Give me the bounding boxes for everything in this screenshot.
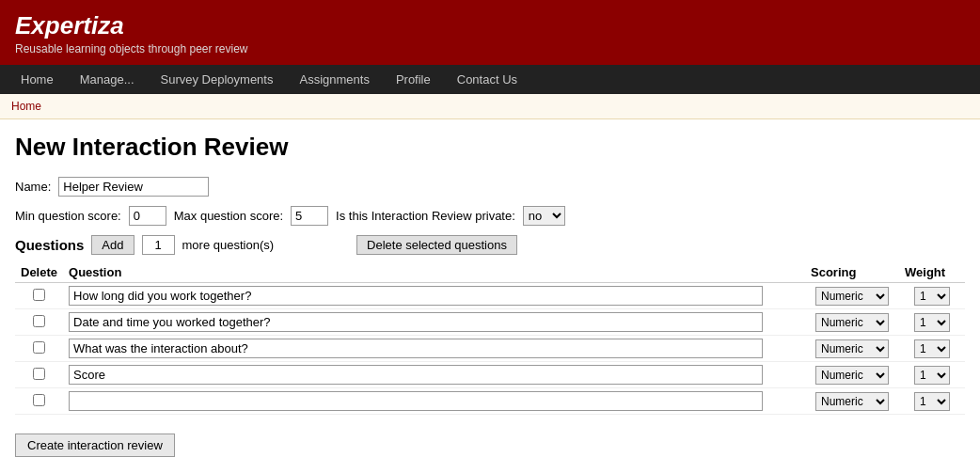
nav-manage[interactable]: Manage... [67, 65, 148, 94]
scoring-select[interactable]: NumericScaleCheckboxText [815, 366, 889, 385]
col-header-delete: Delete [15, 262, 63, 283]
add-questions-button[interactable]: Add [91, 235, 134, 255]
scoring-select[interactable]: NumericScaleCheckboxText [815, 313, 889, 332]
scoring-select[interactable]: NumericScaleCheckboxText [815, 392, 889, 411]
breadcrumb: Home [0, 94, 980, 119]
delete-selected-button[interactable]: Delete selected questions [356, 235, 517, 255]
nav-survey-deployments[interactable]: Survey Deployments [148, 65, 287, 94]
app-header: Expertiza Reusable learning objects thro… [0, 0, 980, 65]
breadcrumb-home[interactable]: Home [11, 100, 41, 113]
delete-checkbox[interactable] [33, 315, 45, 327]
table-row: NumericScaleCheckboxText12345 [15, 362, 965, 388]
nav-home[interactable]: Home [8, 65, 67, 94]
col-header-weight: Weight [899, 262, 965, 283]
weight-select[interactable]: 12345 [914, 339, 950, 358]
main-nav: Home Manage... Survey Deployments Assign… [0, 65, 980, 94]
col-header-question: Question [63, 262, 805, 283]
private-label: Is this Interaction Review private: [336, 209, 515, 223]
more-label: more question(s) [182, 238, 275, 252]
name-label: Name: [15, 180, 51, 194]
weight-select[interactable]: 12345 [914, 287, 950, 306]
nav-assignments[interactable]: Assignments [286, 65, 382, 94]
question-input[interactable] [69, 391, 763, 411]
private-select[interactable]: no yes [523, 206, 565, 226]
weight-select[interactable]: 12345 [914, 313, 950, 332]
name-input[interactable] [58, 177, 209, 197]
questions-header: Questions Add more question(s) Delete se… [15, 235, 965, 255]
min-score-input[interactable] [129, 206, 166, 226]
nav-profile[interactable]: Profile [383, 65, 444, 94]
delete-checkbox[interactable] [33, 289, 45, 301]
question-input[interactable] [69, 286, 763, 306]
table-row: NumericScaleCheckboxText12345 [15, 388, 965, 415]
max-score-input[interactable] [291, 206, 328, 226]
table-row: NumericScaleCheckboxText12345 [15, 283, 965, 309]
weight-select[interactable]: 12345 [914, 392, 950, 411]
app-subtitle: Reusable learning objects through peer r… [15, 42, 965, 55]
scoring-select[interactable]: NumericScaleCheckboxText [815, 287, 889, 306]
question-input[interactable] [69, 365, 763, 385]
table-row: NumericScaleCheckboxText12345 [15, 336, 965, 362]
weight-select[interactable]: 12345 [914, 366, 950, 385]
table-row: NumericScaleCheckboxText12345 [15, 309, 965, 336]
page-title: New Interaction Review [15, 133, 965, 162]
scoring-select[interactable]: NumericScaleCheckboxText [815, 339, 889, 358]
score-row: Min question score: Max question score: … [15, 206, 965, 226]
min-score-label: Min question score: [15, 209, 121, 223]
delete-checkbox[interactable] [33, 368, 45, 380]
app-title: Expertiza [15, 11, 965, 40]
col-header-scoring: Scoring [805, 262, 899, 283]
questions-table: Delete Question Scoring Weight NumericSc… [15, 262, 965, 415]
question-input[interactable] [69, 312, 763, 332]
main-content: New Interaction Review Name: Min questio… [0, 119, 980, 470]
nav-contact-us[interactable]: Contact Us [444, 65, 530, 94]
delete-checkbox[interactable] [33, 394, 45, 406]
delete-checkbox[interactable] [33, 341, 45, 354]
create-interaction-review-button[interactable]: Create interaction review [15, 434, 175, 457]
name-row: Name: [15, 177, 965, 197]
question-input[interactable] [69, 339, 763, 358]
max-score-label: Max question score: [174, 209, 283, 223]
questions-title: Questions [15, 237, 84, 253]
qty-input[interactable] [142, 235, 175, 255]
